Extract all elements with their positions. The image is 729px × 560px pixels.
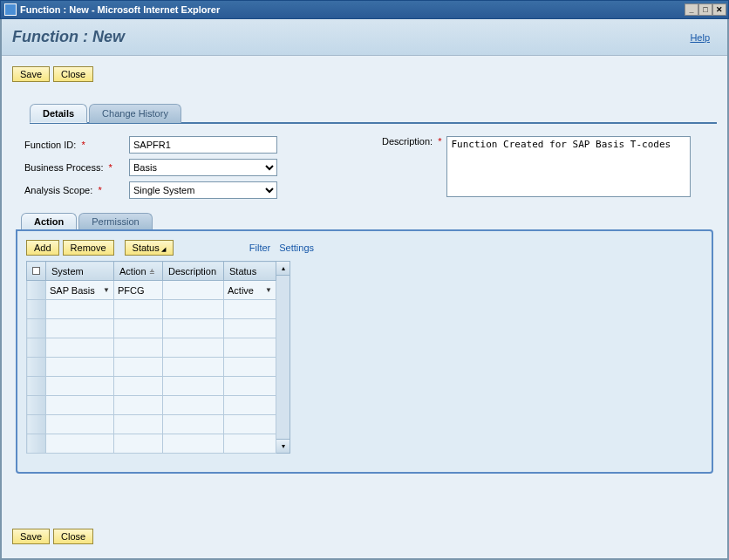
save-button-bottom[interactable]: Save <box>12 529 50 544</box>
window-titlebar: Function : New - Microsoft Internet Expl… <box>0 0 729 19</box>
table-row <box>27 319 276 338</box>
window-title: Function : New - Microsoft Internet Expl… <box>20 4 220 15</box>
sub-tabs: Action Permission <box>21 213 717 229</box>
table-row <box>27 396 276 415</box>
status-button[interactable]: Status◢ <box>125 240 174 256</box>
select-all-corner[interactable] <box>27 262 46 281</box>
chevron-down-icon: ▼ <box>265 286 272 294</box>
table-row <box>27 415 276 434</box>
subtab-action[interactable]: Action <box>21 213 77 229</box>
close-window-button[interactable]: ✕ <box>712 3 726 16</box>
scroll-track[interactable] <box>276 276 290 439</box>
app-icon <box>4 3 17 16</box>
table-row <box>27 434 276 454</box>
table-row <box>27 358 276 377</box>
col-action[interactable]: Action ≜ <box>114 262 163 281</box>
chevron-down-icon: ▼ <box>103 286 110 294</box>
minimize-button[interactable]: _ <box>685 3 698 16</box>
col-status[interactable]: Status <box>224 262 276 281</box>
cell-description[interactable] <box>163 281 224 300</box>
function-id-label: Function ID: * <box>24 140 129 150</box>
action-table-panel: Add Remove Status◢ Filter Settings Syste… <box>16 229 713 474</box>
analysis-scope-select[interactable]: Single System <box>129 181 277 199</box>
subtab-permission[interactable]: Permission <box>78 213 152 229</box>
scroll-up-icon[interactable]: ▴ <box>276 262 290 276</box>
tab-details[interactable]: Details <box>30 104 87 123</box>
function-id-input[interactable] <box>129 136 277 154</box>
col-description[interactable]: Description <box>163 262 224 281</box>
form-panel: Function ID: * Business Process: * Basis… <box>12 124 717 208</box>
filter-link[interactable]: Filter <box>249 242 270 253</box>
table-row[interactable]: SAP Basis▼ PFCG Active▼ <box>27 281 276 300</box>
add-button[interactable]: Add <box>26 240 59 256</box>
bottom-button-row: Save Close <box>2 518 104 555</box>
settings-link[interactable]: Settings <box>279 242 314 253</box>
app-frame: Function : New Help Save Close Details C… <box>0 19 729 560</box>
table-row <box>27 338 276 358</box>
col-system[interactable]: System <box>46 262 114 281</box>
tab-change-history[interactable]: Change History <box>89 104 181 123</box>
table-row <box>27 377 276 396</box>
analysis-scope-label: Analysis Scope: * <box>24 185 129 195</box>
row-selector[interactable] <box>27 281 46 300</box>
business-process-label: Business Process: * <box>24 162 129 173</box>
maximize-button[interactable]: □ <box>698 3 712 16</box>
grid-scrollbar[interactable]: ▴ ▾ <box>276 261 290 454</box>
help-link[interactable]: Help <box>690 32 710 43</box>
business-process-select[interactable]: Basis <box>129 159 277 176</box>
table-row <box>27 300 276 319</box>
cell-action[interactable]: PFCG <box>114 281 163 300</box>
scroll-down-icon[interactable]: ▾ <box>276 439 290 453</box>
description-label: Description: * <box>382 136 441 204</box>
close-button[interactable]: Close <box>53 66 93 82</box>
cell-system[interactable]: SAP Basis▼ <box>46 281 114 300</box>
page-header: Function : New Help <box>2 19 727 56</box>
action-grid: System Action ≜ Description Status SAP B… <box>26 261 276 454</box>
close-button-bottom[interactable]: Close <box>53 529 93 544</box>
save-button[interactable]: Save <box>12 66 50 82</box>
remove-button[interactable]: Remove <box>63 240 114 256</box>
grid-body: SAP Basis▼ PFCG Active▼ <box>27 281 276 454</box>
description-textarea[interactable]: Function Created for SAP Basis T-codes <box>446 136 691 197</box>
cell-status[interactable]: Active▼ <box>224 281 276 300</box>
main-tabs: Details Change History <box>30 103 717 124</box>
page-title: Function : New <box>12 28 125 46</box>
top-button-row: Save Close <box>12 66 717 82</box>
